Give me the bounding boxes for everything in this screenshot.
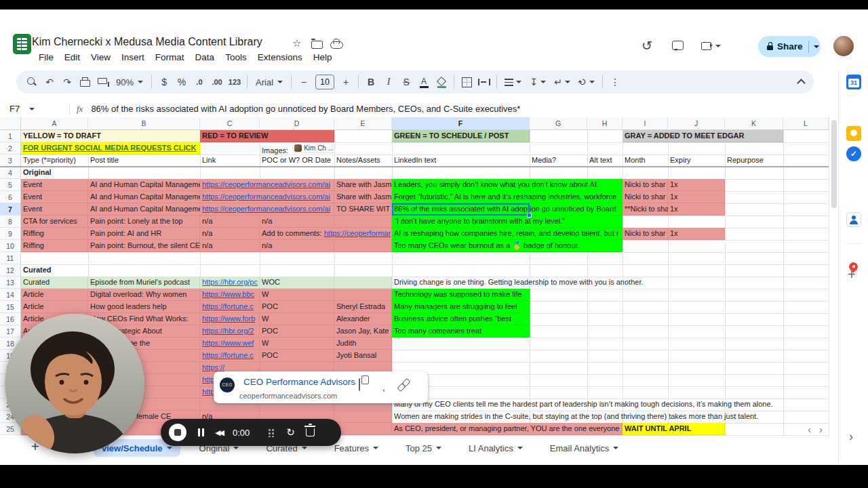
cell-B13[interactable]: Episode from Muriel's podcast xyxy=(88,277,200,289)
cell-A1[interactable]: YELLOW = TO DRAFT xyxy=(21,130,200,142)
cell-C7[interactable]: https://ceoperformanceadvisors.com/ai xyxy=(200,203,334,216)
cell-E8[interactable] xyxy=(334,216,392,228)
cell-D3[interactable]: POC or W? OR Date xyxy=(260,155,334,167)
cell-A14[interactable]: Article xyxy=(21,289,88,301)
cell-A6[interactable]: Event xyxy=(21,191,88,203)
vertical-scrollbar[interactable] xyxy=(829,117,839,438)
tab-menu-icon[interactable] xyxy=(167,447,172,449)
row-header-13[interactable]: 13 xyxy=(0,277,21,289)
column-header-F[interactable]: F xyxy=(392,117,530,130)
row-header-8[interactable]: 8 xyxy=(0,216,21,228)
column-header-C[interactable]: C xyxy=(200,117,260,130)
cell-F13[interactable]: Driving change is one thing. Getting lea… xyxy=(392,277,725,289)
cell-D2[interactable]: Images:Kim Ch ... xyxy=(260,142,334,155)
drag-handle-icon[interactable] xyxy=(268,428,274,437)
cell-A13[interactable]: Curated xyxy=(21,277,88,289)
cell-F25[interactable]: As CEO, president, or managing partner, … xyxy=(392,423,623,435)
row-header-3[interactable]: 3 xyxy=(0,155,21,167)
cell-C5[interactable]: https://ceoperformanceadvisors.com/ai xyxy=(200,179,334,191)
cell-C17[interactable]: https://hbr.org/2 xyxy=(200,325,260,338)
column-header-H[interactable]: H xyxy=(587,117,623,130)
cell-F16[interactable]: Business advice often pushes “best xyxy=(392,313,530,325)
stop-recording-button[interactable] xyxy=(169,424,186,441)
tab-menu-icon[interactable] xyxy=(373,447,378,449)
keep-icon[interactable] xyxy=(846,126,861,141)
cell-A5[interactable]: Event xyxy=(21,179,88,191)
cell-C16[interactable]: https://www.forb xyxy=(200,313,260,325)
row-header-10[interactable]: 10 xyxy=(0,240,21,252)
column-header-I[interactable]: I xyxy=(623,117,668,130)
cell-E25[interactable] xyxy=(334,423,392,435)
hide-panel-icon[interactable]: › xyxy=(849,430,853,444)
cell-A12[interactable]: Curated xyxy=(21,264,88,277)
cell-B9[interactable]: Pain point: AI and HR xyxy=(88,228,200,240)
cell-C1[interactable]: RED = TO REVIEW xyxy=(200,130,334,142)
row-header-9[interactable]: 9 xyxy=(0,228,21,240)
tab-menu-icon[interactable] xyxy=(517,447,523,449)
cell-F1[interactable]: GREEN = TO SCHEDULE / POST xyxy=(392,130,530,142)
cell-I5[interactable]: Nicki to shar xyxy=(623,179,668,191)
cell-I7[interactable]: **Nicki to sha xyxy=(623,203,668,216)
cell-D10[interactable]: n/a xyxy=(260,240,334,252)
row-header-2[interactable]: 2 xyxy=(0,142,21,155)
cell-E13[interactable] xyxy=(334,277,392,289)
rewind-icon[interactable]: ◀◀ xyxy=(215,428,222,437)
cell-I9[interactable]: Nicki to shar xyxy=(623,228,668,240)
cell-A3[interactable]: Type (*=priority) xyxy=(21,155,88,167)
cell-D17[interactable]: POC xyxy=(260,325,334,338)
cell-A10[interactable]: Riffing xyxy=(21,240,88,252)
cell-D8[interactable]: n/a xyxy=(260,216,334,228)
cell-E17[interactable]: Jason Jay, Kate xyxy=(334,325,392,338)
cell-F10[interactable]: Too many CEOs wear burnout as a 🥇 badge … xyxy=(392,240,623,252)
add-addon-icon[interactable]: + xyxy=(848,267,856,283)
tasks-icon[interactable]: ✓ xyxy=(846,146,861,161)
cell-B5[interactable]: AI and Human Capital Manageme xyxy=(88,179,200,191)
remove-link-icon[interactable] xyxy=(398,379,410,391)
edit-link-icon[interactable] xyxy=(378,379,391,391)
copy-link-icon[interactable] xyxy=(357,379,370,391)
cell-I3[interactable]: Month xyxy=(623,155,668,167)
cell-C6[interactable]: https://ceoperformanceadvisors.com/ai xyxy=(200,191,334,203)
cell-C15[interactable]: https://fortune.c xyxy=(200,301,260,313)
cell-C19[interactable]: https://fortune.c xyxy=(200,350,260,362)
cell-F14[interactable]: Technology was supposed to make life xyxy=(392,289,530,301)
cell-B14[interactable]: Digital overload: Why women xyxy=(88,289,200,301)
cell-A15[interactable]: Article xyxy=(21,301,88,313)
cell-C9[interactable]: n/a xyxy=(200,228,260,240)
row-header-12[interactable]: 12 xyxy=(0,264,21,277)
column-header-L[interactable]: L xyxy=(783,117,829,130)
link-preview-title[interactable]: CEO Performance Advisors xyxy=(243,377,355,387)
row-header-17[interactable]: 17 xyxy=(0,325,21,338)
tab-li-analytics[interactable]: LI Analytics xyxy=(460,439,531,457)
cell-B8[interactable]: Pain point: Lonely at the top xyxy=(88,216,200,228)
row-header-15[interactable]: 15 xyxy=(0,301,21,313)
cell-A2[interactable]: FOR URGENT SOCIAL MEDIA REQUESTS CLICK xyxy=(21,142,200,155)
cell-E16[interactable]: Alexander xyxy=(334,313,392,325)
cell-C3[interactable]: Link xyxy=(200,155,260,167)
column-header-K[interactable]: K xyxy=(725,117,783,130)
cell-B15[interactable]: How good leaders help xyxy=(88,301,200,313)
calendar-icon[interactable]: 31 xyxy=(846,75,861,89)
cell-J3[interactable]: Expiry xyxy=(668,155,725,167)
column-header-A[interactable]: A xyxy=(21,117,88,130)
cell-F15[interactable]: Many managers are struggling to feel xyxy=(392,301,530,313)
cell-C14[interactable]: https://www.bbc xyxy=(200,289,260,301)
cell-I25[interactable]: WAIT UNTIL APRIL xyxy=(623,423,725,435)
row-header-16[interactable]: 16 xyxy=(0,313,21,325)
cell-A8[interactable]: CTA for services xyxy=(21,216,88,228)
discard-recording-icon[interactable] xyxy=(306,428,315,436)
cell-G3[interactable]: Media? xyxy=(530,155,587,167)
tab-menu-icon[interactable] xyxy=(613,447,618,449)
row-header-7[interactable]: 7 xyxy=(0,203,21,216)
cell-D15[interactable]: POC xyxy=(260,301,334,313)
cell-B3[interactable]: Post title xyxy=(88,155,200,167)
row-header-14[interactable]: 14 xyxy=(0,289,21,301)
tab-email-analytics[interactable]: Email Analytics xyxy=(542,439,627,457)
file-chip[interactable]: Kim Ch ... xyxy=(292,142,334,153)
cell-A9[interactable]: Riffing xyxy=(21,228,88,240)
cell-D16[interactable]: W xyxy=(260,313,334,325)
column-header-D[interactable]: D xyxy=(260,117,334,130)
cell-I6[interactable]: Nicki to shar xyxy=(623,191,668,203)
cell-E7[interactable]: TO SHARE WIT xyxy=(334,203,392,216)
row-header-5[interactable]: 5 xyxy=(0,179,21,191)
